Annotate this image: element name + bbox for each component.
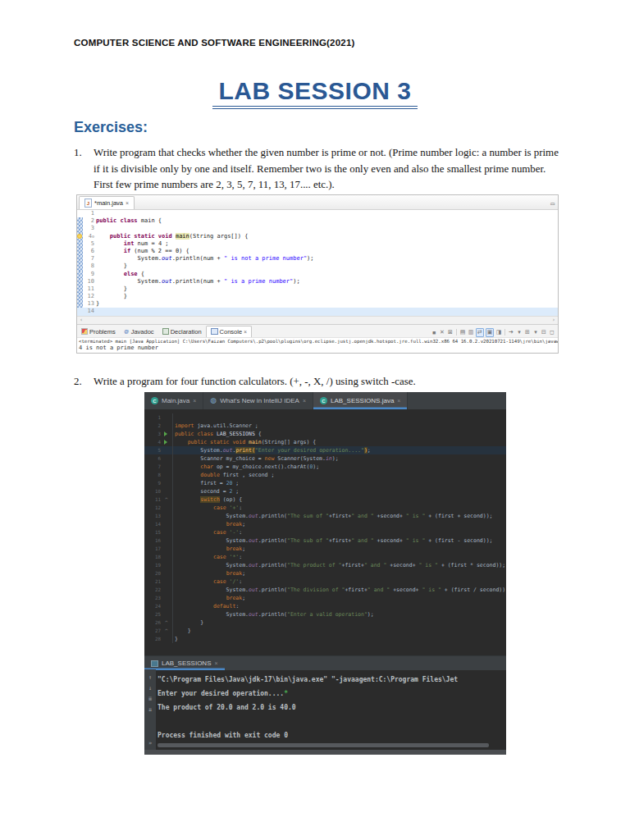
console-text: Process finished with exit code 0 [158, 732, 288, 739]
gutter [162, 586, 173, 594]
console-tab-declaration[interactable]: Declaration [158, 326, 206, 337]
console-tab-problems[interactable]: Problems [77, 326, 120, 337]
line-number: 12 [83, 293, 96, 300]
new-console-view-button[interactable]: ⊞ [524, 329, 531, 336]
scroll-left-icon[interactable]: ‹ [80, 317, 83, 323]
up-stacktrace-icon[interactable]: ↑ [148, 674, 152, 681]
code-line[interactable]: 21 case '/': [144, 578, 506, 586]
code-text: break; [175, 594, 506, 602]
fold-icon[interactable]: ^ [165, 619, 168, 627]
code-line[interactable]: 15 case '-': [144, 528, 506, 536]
word-wrap-button[interactable]: ⇄ [476, 328, 484, 337]
code-line[interactable]: 6 Scanner my_choice = new Scanner(System… [144, 454, 506, 463]
code-text: first = 20 ; [175, 479, 506, 487]
pin-console-button[interactable]: ▣ [486, 328, 494, 337]
editor-tab[interactable]: CMain.java× [144, 392, 203, 409]
code-line[interactable]: 11 } [77, 285, 558, 293]
code-line[interactable]: 11^ switch (op) { [144, 495, 506, 504]
code-line[interactable]: 5 int num = 4 ; [77, 240, 558, 248]
code-line[interactable]: 3public class LAB_SESSIONS { [144, 430, 506, 438]
remove-launch-button[interactable]: ✕ [439, 329, 445, 336]
code-line[interactable]: 4 public static void main(String[] args)… [144, 438, 506, 446]
code-line[interactable]: 12 } [77, 293, 558, 300]
code-line[interactable]: 28} [144, 635, 506, 643]
code-line[interactable]: 2public class main { [77, 217, 558, 225]
code-text: } [175, 627, 506, 635]
code-line[interactable]: 9 first = 20 ; [144, 479, 506, 487]
code-line[interactable]: 6 if (num % 2 == 0) { [77, 248, 558, 255]
down-stacktrace-icon[interactable]: ↓ [148, 685, 152, 692]
code-line[interactable]: 10 second = 2 ; [144, 487, 506, 495]
remove-all-launches-button[interactable]: ⊠ [447, 329, 454, 336]
code-line[interactable]: 7 System.out.println(num + " is not a pr… [77, 255, 558, 262]
fold-icon[interactable]: ⊖ [92, 234, 94, 239]
eclipse-horizontal-scrollbar[interactable]: ‹ › [77, 316, 558, 324]
intellij-code-editor[interactable]: 12import java.util.Scanner ;3public clas… [144, 409, 506, 660]
soft-wrap-icon[interactable]: ≣ [148, 696, 152, 702]
code-line[interactable]: 23 break; [144, 594, 506, 602]
code-line[interactable]: 13 System.out.println("The sum of "+firs… [144, 512, 506, 520]
code-line[interactable]: 26^ } [144, 619, 506, 627]
editor-tab[interactable]: CLAB_SESSIONS.java× [313, 392, 408, 409]
eclipse-code-editor[interactable]: 12public class main {34⊖ public static v… [77, 210, 558, 316]
code-line[interactable]: 27^ } [144, 627, 506, 635]
maximize-button[interactable]: ◻ [549, 329, 555, 336]
code-line[interactable]: 20 break; [144, 569, 506, 578]
close-icon[interactable]: × [214, 660, 217, 666]
new-console-dropdown[interactable]: ▾ [532, 329, 539, 336]
code-line[interactable]: 14 [77, 308, 558, 315]
open-console-button[interactable]: ➔ [508, 329, 514, 336]
line-number: 20 [144, 569, 162, 578]
scroll-right-icon[interactable]: › [552, 317, 555, 323]
code-line[interactable]: 12 case '+': [144, 504, 506, 512]
clear-console-button[interactable]: ▤ [459, 329, 466, 336]
code-line[interactable]: 1 [144, 413, 506, 422]
code-line[interactable]: 8 double first , second ; [144, 471, 506, 479]
scroll-lock-button[interactable]: ▥ [468, 329, 474, 336]
code-line[interactable]: 1 [77, 210, 558, 217]
code-line[interactable]: 4⊖ public static void main(String args[]… [77, 233, 558, 240]
console-horizontal-scrollbar[interactable] [158, 743, 489, 747]
code-line[interactable]: 18 case '*': [144, 553, 506, 561]
code-text: System.out.println("The sum of "+first+"… [175, 512, 506, 520]
code-line[interactable]: 22 System.out.println("The division of "… [144, 586, 506, 594]
gutter [162, 471, 173, 479]
code-line[interactable]: 13} [77, 300, 558, 308]
code-line[interactable]: 25 System.out.println("Enter a valid ope… [144, 610, 506, 619]
code-line[interactable]: 3 [77, 225, 558, 232]
close-icon[interactable]: × [303, 398, 306, 404]
close-icon[interactable]: × [126, 200, 129, 206]
code-line[interactable]: 8 } [77, 262, 558, 270]
editor-tab[interactable]: ◍What's New in IntelliJ IDEA× [203, 392, 313, 409]
more-icon[interactable]: » [148, 740, 152, 746]
console-tab-javadoc[interactable]: @Javadoc [120, 326, 158, 337]
run-icon[interactable] [164, 440, 167, 445]
terminate-button[interactable]: ■ [431, 329, 437, 336]
code-line[interactable]: 24 default: [144, 602, 506, 610]
scroll-to-end-icon[interactable]: ⇊ [148, 706, 152, 713]
console-output-area[interactable]: "C:\Program Files\Java\jdk-17\bin\java.e… [158, 669, 504, 742]
close-icon[interactable]: × [193, 398, 196, 404]
code-line[interactable]: 19 System.out.println("The product of "+… [144, 561, 506, 569]
code-line[interactable]: 9 else { [77, 271, 558, 278]
fold-icon[interactable]: ^ [165, 627, 168, 635]
open-console-dropdown[interactable]: ▾ [516, 329, 523, 336]
run-icon[interactable] [164, 431, 167, 436]
minimize-button[interactable]: ⊟ [541, 329, 547, 336]
code-line[interactable]: 2import java.util.Scanner ; [144, 422, 506, 430]
code-line[interactable]: 5 System.out.print("Enter your desired o… [144, 446, 506, 454]
run-tab-lab-sessions[interactable]: LAB_SESSIONS × [144, 656, 225, 670]
close-icon[interactable]: × [244, 329, 247, 335]
console-tab-console[interactable]: Console× [206, 326, 253, 337]
code-line[interactable]: 14 break; [144, 520, 506, 528]
tab-main-java[interactable]: J *main.java × [79, 196, 135, 209]
fold-icon[interactable]: ^ [165, 495, 168, 504]
restore-view-icon[interactable]: ▭ [550, 200, 558, 209]
close-icon[interactable]: × [397, 398, 400, 404]
display-selected-console-button[interactable]: ◨ [495, 329, 502, 336]
console-left-toolbar: ↑↓≣⇊» [144, 669, 156, 750]
code-line[interactable]: 10 System.out.println(num + " is a prime… [77, 278, 558, 285]
code-line[interactable]: 7 char op = my_choice.next().charAt(0); [144, 463, 506, 471]
code-line[interactable]: 17 break; [144, 545, 506, 553]
code-line[interactable]: 16 System.out.println("The sub of "+firs… [144, 536, 506, 545]
